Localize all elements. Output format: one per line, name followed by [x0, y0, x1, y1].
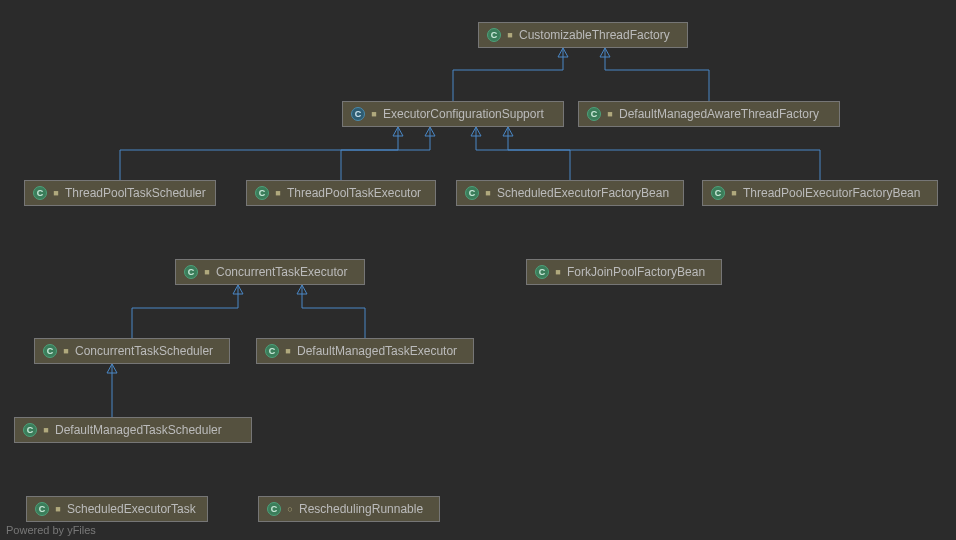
inheritance-edge [132, 285, 238, 338]
class-icon: C [587, 107, 601, 121]
inheritance-arrowhead-icon [107, 364, 117, 373]
class-label: ReschedulingRunnable [299, 502, 423, 516]
class-node-cte[interactable]: C■ConcurrentTaskExecutor [175, 259, 365, 285]
modifier-icon: ■ [284, 346, 292, 356]
class-node-dmts[interactable]: C■DefaultManagedTaskScheduler [14, 417, 252, 443]
class-label: DefaultManagedTaskScheduler [55, 423, 222, 437]
inheritance-edge [508, 127, 820, 180]
class-label: ThreadPoolTaskScheduler [65, 186, 206, 200]
class-node-dmte[interactable]: C■DefaultManagedTaskExecutor [256, 338, 474, 364]
modifier-icon: ■ [52, 188, 60, 198]
class-node-set[interactable]: C■ScheduledExecutorTask [26, 496, 208, 522]
inheritance-arrowhead-icon [503, 127, 513, 136]
class-label: ForkJoinPoolFactoryBean [567, 265, 705, 279]
inheritance-edge [120, 127, 398, 180]
modifier-icon: ○ [286, 504, 294, 514]
class-icon: C [267, 502, 281, 516]
modifier-icon: ■ [484, 188, 492, 198]
class-icon: C [535, 265, 549, 279]
class-icon: C [43, 344, 57, 358]
class-icon: C [465, 186, 479, 200]
class-label: ThreadPoolTaskExecutor [287, 186, 421, 200]
inheritance-arrowhead-icon [471, 127, 481, 136]
inheritance-arrowhead-icon [425, 127, 435, 136]
class-label: ExecutorConfigurationSupport [383, 107, 544, 121]
diagram-footer: Powered by yFiles [6, 524, 96, 536]
modifier-icon: ■ [54, 504, 62, 514]
class-hierarchy-edges [0, 0, 956, 540]
class-icon: C [184, 265, 198, 279]
class-node-sefb[interactable]: C■ScheduledExecutorFactoryBean [456, 180, 684, 206]
class-icon: C [23, 423, 37, 437]
inheritance-arrowhead-icon [297, 285, 307, 294]
class-node-cts[interactable]: C■ConcurrentTaskScheduler [34, 338, 230, 364]
abstract-class-icon: C [351, 107, 365, 121]
modifier-icon: ■ [42, 425, 50, 435]
inheritance-arrowhead-icon [600, 48, 610, 57]
class-icon: C [33, 186, 47, 200]
class-icon: C [265, 344, 279, 358]
inheritance-edge [302, 285, 365, 338]
class-icon: C [35, 502, 49, 516]
class-label: DefaultManagedTaskExecutor [297, 344, 457, 358]
modifier-icon: ■ [370, 109, 378, 119]
class-node-tpefb[interactable]: C■ThreadPoolExecutorFactoryBean [702, 180, 938, 206]
class-label: ConcurrentTaskExecutor [216, 265, 347, 279]
class-icon: C [487, 28, 501, 42]
modifier-icon: ■ [730, 188, 738, 198]
inheritance-edge [341, 127, 430, 180]
inheritance-arrowhead-icon [558, 48, 568, 57]
class-label: ScheduledExecutorFactoryBean [497, 186, 669, 200]
class-label: CustomizableThreadFactory [519, 28, 670, 42]
class-node-ctf[interactable]: C■CustomizableThreadFactory [478, 22, 688, 48]
modifier-icon: ■ [554, 267, 562, 277]
class-icon: C [255, 186, 269, 200]
modifier-icon: ■ [203, 267, 211, 277]
class-node-tpte[interactable]: C■ThreadPoolTaskExecutor [246, 180, 436, 206]
inheritance-edge [605, 48, 709, 101]
class-label: ConcurrentTaskScheduler [75, 344, 213, 358]
class-node-tpts[interactable]: C■ThreadPoolTaskScheduler [24, 180, 216, 206]
inheritance-edge [453, 48, 563, 101]
class-icon: C [711, 186, 725, 200]
inheritance-arrowhead-icon [233, 285, 243, 294]
class-label: ThreadPoolExecutorFactoryBean [743, 186, 920, 200]
modifier-icon: ■ [62, 346, 70, 356]
class-label: ScheduledExecutorTask [67, 502, 196, 516]
modifier-icon: ■ [274, 188, 282, 198]
modifier-icon: ■ [506, 30, 514, 40]
inheritance-arrowhead-icon [393, 127, 403, 136]
inheritance-edge [476, 127, 570, 180]
class-node-rr[interactable]: C○ReschedulingRunnable [258, 496, 440, 522]
modifier-icon: ■ [606, 109, 614, 119]
class-label: DefaultManagedAwareThreadFactory [619, 107, 819, 121]
class-node-dmatf[interactable]: C■DefaultManagedAwareThreadFactory [578, 101, 840, 127]
class-node-fjpfb[interactable]: C■ForkJoinPoolFactoryBean [526, 259, 722, 285]
class-node-ecs[interactable]: C■ExecutorConfigurationSupport [342, 101, 564, 127]
